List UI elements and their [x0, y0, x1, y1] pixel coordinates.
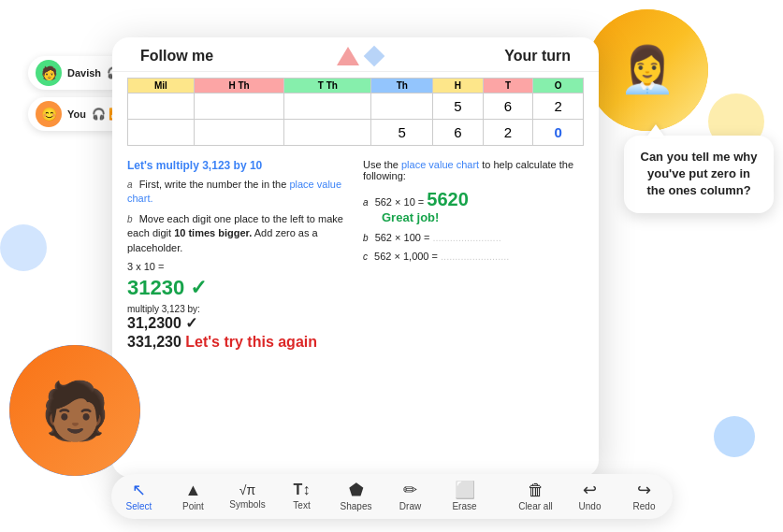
deco-circle-blue-left — [0, 224, 47, 271]
draw-icon: ✏ — [403, 482, 417, 498]
teacher-photo: 👩‍💼 — [587, 9, 708, 131]
step-b-label: b — [127, 214, 133, 224]
cell-1-tth — [284, 93, 371, 120]
point-label: Point — [182, 501, 204, 511]
problem-a: a 562 × 10 = 5620 Great job! — [363, 189, 584, 224]
right-content: Use the place value chart to help calcul… — [363, 159, 584, 351]
teacher-avatar: 👩‍💼 — [587, 9, 708, 131]
table-row-1: 5 6 2 — [128, 93, 584, 120]
problem-a-text: 562 × 10 = 5620 — [375, 196, 469, 208]
great-job-badge: Great job! — [382, 210, 584, 224]
cell-1-o: 2 — [533, 93, 584, 120]
avatar-you: 😊 — [36, 101, 62, 127]
toolbar-undo[interactable]: ↩ Undo — [572, 482, 609, 511]
toolbar-shapes[interactable]: ⬟ Shapes — [338, 482, 375, 511]
right-intro: Use the place value chart to help calcul… — [363, 159, 584, 181]
step-a-text: First, write the number the in the place… — [127, 179, 341, 204]
step-b-text: Move each digit one place to the left to… — [127, 213, 343, 253]
shapes-label: Shapes — [341, 501, 372, 511]
student-avatar: 🧑🏾 — [9, 345, 140, 476]
cell-2-th: 5 — [371, 120, 433, 146]
calc-result-3: 331,230 Let's try this again — [127, 334, 348, 351]
toolbar-erase[interactable]: ⬜ Erase — [446, 482, 484, 511]
toolbar-text[interactable]: T↕ Text — [283, 482, 321, 510]
left-content: Let's multiply 3,123 by 10 a First, writ… — [127, 159, 348, 351]
toolbar-clear-all[interactable]: 🗑 Clear all — [517, 482, 555, 511]
col-header-o: O — [533, 79, 584, 93]
tablet-card: Follow me Your turn Mil H Th T Th Th H T… — [112, 37, 599, 477]
col-header-tth: T Th — [284, 79, 371, 93]
tablet-header: Follow me Your turn — [112, 37, 599, 72]
col-header-h: H — [433, 79, 484, 93]
header-your-turn: Your turn — [504, 48, 571, 65]
problem-c-text: 562 × 1,000 = ........................ — [374, 251, 509, 262]
problem-b-answer[interactable]: ........................ — [432, 232, 500, 243]
calc-result-2: 31,2300 ✓ — [127, 314, 348, 332]
avatar-name-davish: Davish — [67, 67, 101, 79]
problem-c: c 562 × 1,000 = ........................ — [363, 251, 584, 262]
cell-2-t: 2 — [483, 120, 533, 146]
place-value-link: place value chart. — [127, 179, 341, 204]
student-photo: 🧑🏾 — [9, 345, 140, 476]
deco-circle-blue-br — [714, 416, 755, 457]
redo-label: Redo — [633, 501, 656, 511]
toolbar-symbols[interactable]: √π Symbols — [229, 483, 267, 510]
problem-b-label: b — [363, 233, 369, 243]
cell-1-t: 6 — [483, 93, 533, 120]
select-icon: ↖ — [132, 482, 146, 498]
erase-icon: ⬜ — [455, 482, 475, 498]
retry-label: Let's try this again — [185, 334, 317, 350]
headphones-icon-you: 🎧 — [92, 108, 106, 121]
select-label: Select — [126, 501, 152, 511]
problem-c-answer[interactable]: ........................ — [441, 251, 509, 262]
avatar-davish: 🧑 — [36, 60, 62, 86]
step-b: b Move each digit one place to the left … — [127, 212, 348, 255]
cell-2-mil — [128, 120, 195, 146]
toolbar-select[interactable]: ↖ Select — [121, 482, 158, 511]
header-shapes — [337, 47, 382, 65]
diamond-shape — [363, 46, 384, 67]
calc-display-1: 3 x 10 = — [127, 261, 348, 272]
place-value-section: Mil H Th T Th Th H T O 5 6 2 — [112, 72, 599, 151]
toolbar-point[interactable]: ▲ Point — [175, 482, 212, 511]
table-row-2: 5 6 2 0 — [128, 120, 584, 146]
problem-a-answer: 5620 — [427, 189, 469, 209]
col-header-th: Th — [371, 79, 433, 93]
cell-2-h: 6 — [433, 120, 484, 146]
clear-all-label: Clear all — [518, 501, 553, 511]
place-value-table: Mil H Th T Th Th H T O 5 6 2 — [127, 78, 584, 146]
undo-label: Undo — [579, 501, 602, 511]
symbols-icon: √π — [239, 483, 255, 496]
erase-label: Erase — [452, 501, 476, 511]
content-area: Let's multiply 3,123 by 10 a First, writ… — [112, 151, 599, 358]
cell-2-tth — [284, 120, 371, 146]
undo-icon: ↩ — [583, 482, 597, 498]
problem-c-label: c — [363, 252, 368, 262]
problem-a-label: a — [363, 197, 369, 208]
cell-1-th — [371, 93, 433, 120]
triangle-shape — [337, 47, 359, 65]
clear-all-icon: 🗑 — [528, 482, 544, 498]
col-header-t: T — [483, 79, 533, 93]
cell-1-hth — [194, 93, 284, 120]
cell-1-mil — [128, 93, 195, 120]
cell-2-hth — [194, 120, 284, 146]
toolbar-draw[interactable]: ✏ Draw — [392, 482, 429, 511]
header-follow-me: Follow me — [140, 48, 213, 65]
speech-bubble-text: Can you tell me why you've put zero in t… — [641, 150, 758, 197]
cell-1-h: 5 — [433, 93, 484, 120]
cell-2-o: 0 — [533, 120, 584, 146]
problem-b-text: 562 × 100 = ........................ — [375, 232, 501, 243]
draw-label: Draw — [399, 501, 421, 511]
point-icon: ▲ — [185, 482, 202, 498]
text-icon: T↕ — [294, 482, 311, 497]
toolbar-redo[interactable]: ↪ Redo — [626, 482, 663, 511]
left-section-title: Let's multiply 3,123 by 10 — [127, 159, 348, 172]
toolbar: ↖ Select ▲ Point √π Symbols T↕ Text ⬟ Sh… — [111, 474, 673, 519]
avatar-name-you: You — [67, 108, 86, 120]
multiply-label: multiply 3,123 by: — [127, 304, 348, 314]
problem-b: b 562 × 100 = ........................ — [363, 232, 584, 243]
step-a-label: a — [127, 180, 133, 190]
speech-bubble: Can you tell me why you've put zero in t… — [624, 136, 774, 213]
step-a: a First, write the number the in the pla… — [127, 178, 348, 207]
